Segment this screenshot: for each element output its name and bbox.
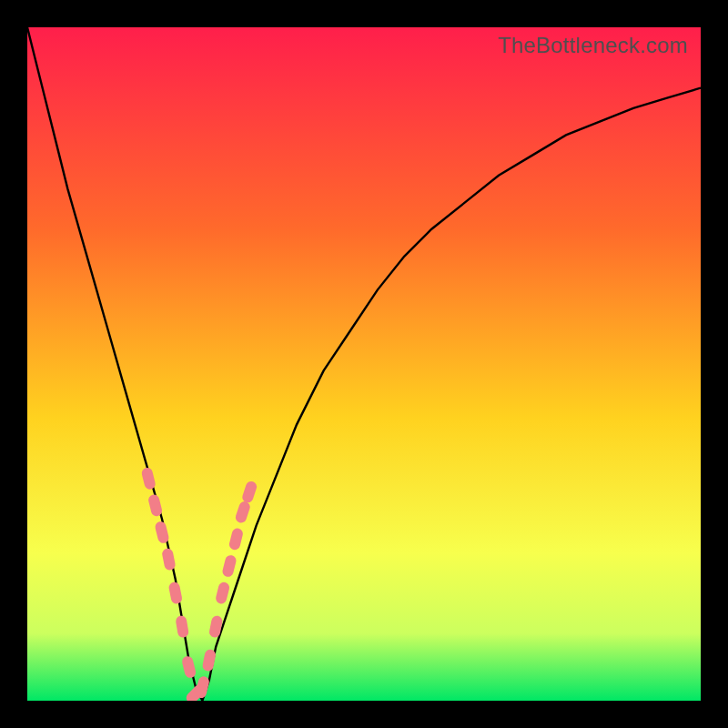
- sample-point-marker: [175, 615, 189, 639]
- sample-point-marker: [202, 649, 217, 672]
- sample-point-marker: [154, 521, 169, 544]
- sample-point-marker: [140, 467, 156, 490]
- plot-area: TheBottleneck.com: [27, 27, 701, 701]
- watermark-text: TheBottleneck.com: [498, 33, 688, 58]
- sample-point-marker: [195, 675, 210, 699]
- sample-point-marker: [161, 548, 176, 571]
- chart-frame: TheBottleneck.com: [0, 0, 728, 728]
- sample-point-marker: [234, 500, 251, 525]
- sample-point-marker: [221, 554, 237, 578]
- sample-point-marker: [215, 581, 230, 605]
- chart-svg: [27, 27, 701, 701]
- sample-points-group: [140, 467, 258, 701]
- sample-point-marker: [241, 480, 258, 504]
- sample-point-marker: [168, 581, 183, 605]
- bottleneck-curve: [27, 27, 701, 701]
- sample-point-marker: [181, 655, 197, 679]
- sample-point-marker: [228, 527, 244, 551]
- sample-point-marker: [147, 493, 163, 517]
- sample-point-marker: [208, 615, 223, 639]
